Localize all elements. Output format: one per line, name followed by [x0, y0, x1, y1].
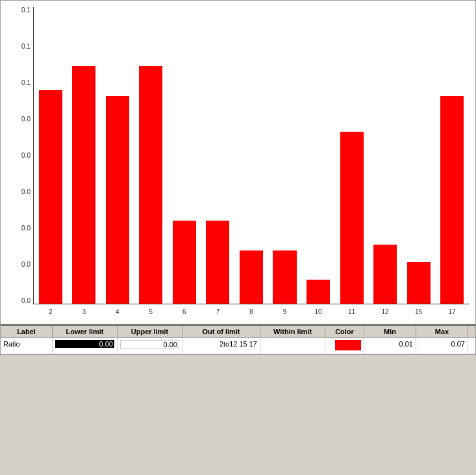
bar-x-label-17: 17: [449, 308, 456, 315]
y-label-5: 0.0: [21, 152, 31, 159]
bar-group-9: 9: [268, 7, 302, 304]
bar-x-label-11: 11: [348, 308, 355, 315]
bar-group-10: 10: [301, 7, 335, 304]
bar-x-label-8: 8: [249, 308, 253, 315]
bar-group-6: 6: [168, 7, 201, 304]
y-label-7: 0.0: [21, 225, 31, 232]
header-upper-limit: Upper limit: [118, 326, 182, 337]
bar-x-label-7: 7: [216, 308, 220, 315]
cell-within-limit: [260, 338, 325, 354]
bottom-area: [0, 355, 476, 475]
bar-x-label-5: 5: [149, 308, 153, 315]
bar-4: [106, 96, 129, 304]
bar-x-label-4: 4: [116, 308, 119, 315]
bar-group-4: 4: [101, 7, 134, 304]
header-color: Color: [325, 326, 364, 337]
bar-x-label-12: 12: [382, 308, 389, 315]
bar-9: [273, 250, 296, 304]
header-lower-limit: Lower limit: [53, 326, 118, 337]
y-label-8: 0.0: [21, 262, 31, 268]
table-header: Label Lower limit Upper limit Out of lim…: [1, 326, 475, 338]
y-label-4: 0.0: [21, 116, 31, 123]
color-swatch: [335, 340, 361, 350]
cell-max: 0.07: [416, 338, 468, 354]
bar-x-label-6: 6: [182, 308, 186, 315]
header-out-of-limit: Out of limit: [182, 326, 260, 337]
lower-limit-input[interactable]: [55, 340, 114, 348]
bars-wrapper: 234567891011121517: [33, 7, 469, 304]
bar-group-17: 17: [435, 7, 469, 304]
cell-color: [325, 338, 364, 354]
bar-7: [206, 221, 229, 304]
cell-out-of-limit: 2to12 15 17: [182, 338, 260, 354]
cell-upper-limit[interactable]: [118, 338, 182, 354]
bar-3: [72, 66, 95, 304]
bar-x-label-15: 15: [415, 308, 422, 315]
y-label-9: 0.0: [21, 298, 31, 304]
bar-6: [173, 221, 196, 304]
bar-group-12: 12: [368, 7, 402, 304]
bar-group-11: 11: [335, 7, 369, 304]
y-label-2: 0.1: [21, 43, 31, 50]
y-label-3: 0.1: [21, 80, 31, 86]
bar-8: [240, 250, 263, 304]
bar-10: [307, 280, 330, 304]
chart-area: 0.1 0.1 0.1 0.0 0.0 0.0 0.0 0.0 0.0 2345…: [1, 1, 475, 324]
y-label-6: 0.0: [21, 189, 31, 195]
bar-group-7: 7: [201, 7, 235, 304]
header-max: Max: [416, 326, 468, 337]
table-row: Ratio 2to12 15 17 0.01 0.07: [1, 338, 475, 354]
bar-group-5: 5: [134, 7, 168, 304]
cell-label: Ratio: [1, 338, 53, 354]
bar-5: [139, 66, 162, 304]
bar-group-2: 2: [34, 7, 68, 304]
bar-x-label-10: 10: [314, 308, 321, 315]
bar-x-label-2: 2: [49, 308, 53, 315]
cell-min: 0.01: [364, 338, 416, 354]
chart-container: 0.1 0.1 0.1 0.0 0.0 0.0 0.0 0.0 0.0 2345…: [0, 0, 476, 324]
y-label-1: 0.1: [21, 7, 31, 14]
upper-limit-input[interactable]: [120, 340, 179, 349]
header-within-limit: Within limit: [260, 326, 325, 337]
bar-x-label-3: 3: [82, 308, 86, 315]
table-section: Label Lower limit Upper limit Out of lim…: [0, 324, 476, 355]
bar-2: [39, 90, 62, 304]
bar-group-8: 8: [234, 7, 268, 304]
bar-group-15: 15: [402, 7, 436, 304]
bar-12: [373, 245, 397, 304]
bar-15: [407, 262, 431, 304]
bar-group-3: 3: [68, 7, 101, 304]
bar-11: [340, 132, 364, 304]
header-label: Label: [1, 326, 53, 337]
header-min: Min: [364, 326, 416, 337]
cell-lower-limit[interactable]: [53, 338, 118, 354]
y-axis: 0.1 0.1 0.1 0.0 0.0 0.0 0.0 0.0 0.0: [1, 7, 33, 304]
bar-17: [440, 96, 464, 304]
bar-x-label-9: 9: [283, 308, 287, 315]
